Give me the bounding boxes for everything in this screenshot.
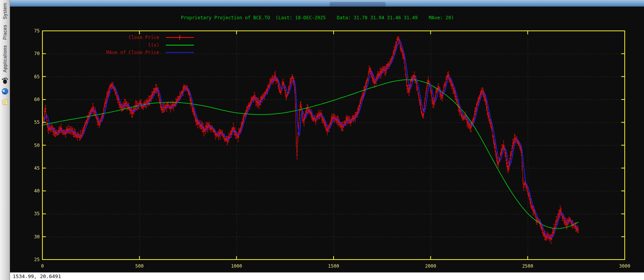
- web-browser-icon[interactable]: [1, 88, 9, 95]
- x-axis-tick-label: 500: [128, 263, 151, 269]
- legend-sample-close-price: [166, 35, 194, 40]
- legend-label-close-price: Close Price: [67, 35, 159, 40]
- chart-title: Proprietary Projection of BCE.TO (Last: …: [10, 15, 625, 21]
- y-axis-tick-label: 60: [13, 97, 40, 102]
- y-axis-tick-label: 40: [13, 188, 40, 194]
- x-axis-tick-label: 2500: [516, 263, 539, 269]
- panel-menu-system[interactable]: System: [2, 3, 8, 19]
- plot-area: Proprietary Projection of BCE.TO (Last: …: [10, 7, 644, 272]
- x-axis-tick-label: 1000: [225, 263, 248, 269]
- gnuplot-window: Proprietary Projection of BCE.TO (Last: …: [10, 0, 644, 280]
- panel-menu-places[interactable]: Places: [2, 25, 8, 40]
- y-axis-tick-label: 70: [13, 51, 40, 56]
- legend-label-lx: l(x): [67, 42, 159, 48]
- legend-sample-lx: [166, 42, 194, 48]
- x-axis-tick-label: 0: [31, 263, 54, 269]
- gnome-panel: System Places Applications: [0, 0, 10, 280]
- y-axis-tick-label: 35: [13, 211, 40, 216]
- x-axis-tick-label: 3000: [613, 263, 636, 269]
- x-axis-tick-label: 1500: [322, 263, 345, 269]
- panel-menu-applications[interactable]: Applications: [2, 45, 8, 73]
- status-bar: 1534.99, 20.6491: [10, 272, 644, 280]
- notes-icon[interactable]: [1, 98, 9, 106]
- y-axis-tick-label: 55: [13, 120, 40, 125]
- y-axis-tick-label: 75: [13, 28, 40, 34]
- legend-label-mave: MAve of Close Price: [67, 50, 159, 55]
- y-axis-tick-label: 45: [13, 165, 40, 171]
- mouse-coordinates: 1534.99, 20.6491: [10, 273, 61, 279]
- y-axis-tick-label: 30: [13, 234, 40, 240]
- desktop: System Places Applications: [0, 0, 644, 280]
- x-axis-tick-label: 2000: [419, 263, 442, 269]
- window-titlebar[interactable]: [10, 0, 644, 7]
- window-title-area: [330, 2, 386, 7]
- y-axis-tick-label: 25: [13, 257, 40, 262]
- gnome-foot-icon[interactable]: [1, 77, 9, 84]
- legend-sample-mave: [166, 50, 194, 55]
- y-axis-tick-label: 50: [13, 143, 40, 148]
- y-axis-tick-label: 65: [13, 74, 40, 79]
